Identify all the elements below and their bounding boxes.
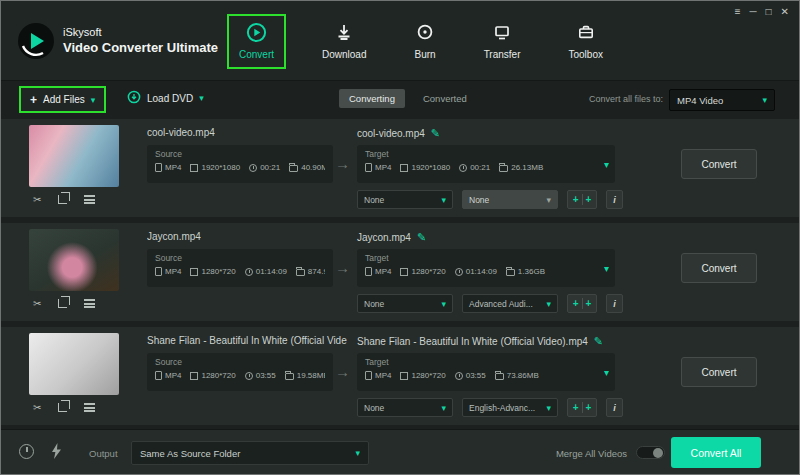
clock-icon [455, 268, 463, 276]
format-item: MP4 [155, 163, 181, 172]
source-meta: MP4 1280*720 01:14:09 874.94MB [155, 267, 325, 276]
toolbar: + Add Files ▾ Load DVD ▾ Converting Conv… [1, 82, 799, 118]
source-panel: Source MP4 1920*1080 00:21 40.90MB [147, 145, 333, 183]
crop-icon[interactable] [58, 193, 67, 205]
target-meta: MP4 1280*720 03:55 73.86MB [365, 371, 593, 380]
file-icon [365, 163, 372, 172]
resolution-item: 1280*720 [190, 371, 235, 380]
tab-toolbox[interactable]: Toolbox [557, 14, 615, 69]
tab-convert[interactable]: Convert [227, 14, 286, 69]
resolution-item: 1920*1080 [400, 163, 450, 172]
merge-all-videos-label: Merge All Videos [556, 448, 627, 459]
target-meta: MP4 1920*1080 00:21 26.13MB [365, 163, 593, 172]
merge-toggle[interactable] [636, 446, 665, 459]
crop-icon[interactable] [58, 401, 67, 413]
crop-icon[interactable] [58, 297, 67, 309]
chevron-down-icon: ▾ [355, 448, 360, 458]
product-name: Video Converter Ultimate [63, 40, 218, 55]
brand: iSkysoft Video Converter Ultimate [63, 26, 218, 55]
audio-dropdown[interactable]: English-Advanc... ▾ [462, 398, 558, 417]
download-icon [335, 21, 353, 43]
resolution-item: 1280*720 [400, 267, 445, 276]
edit-icon[interactable]: ✎ [594, 335, 603, 348]
tab-converted[interactable]: Converted [413, 89, 477, 108]
tab-download[interactable]: Download [310, 14, 378, 69]
minimize-button[interactable]: ─ [749, 6, 756, 17]
close-button[interactable]: ✕ [781, 6, 789, 17]
chevron-down-icon: ▾ [441, 403, 446, 413]
video-thumbnail[interactable] [29, 229, 119, 291]
target-filename-row: cool-video.mp4 ✎ [357, 127, 440, 140]
effects-icon[interactable] [84, 193, 95, 205]
add-files-button[interactable]: + Add Files ▾ [19, 86, 106, 113]
output-folder-dropdown[interactable]: Same As Source Folder ▾ [131, 441, 369, 465]
target-filename: cool-video.mp4 [357, 128, 425, 139]
clock-icon [245, 268, 253, 276]
source-label: Source [155, 253, 325, 263]
convert-button[interactable]: Convert [681, 149, 757, 179]
video-thumbnail[interactable] [29, 333, 119, 395]
trim-icon[interactable]: ✂ [33, 297, 41, 309]
clock-icon [245, 372, 253, 380]
output-label: Output [89, 448, 118, 459]
subtitle-dropdown[interactable]: None ▾ [357, 294, 453, 313]
target-settings-chevron-icon[interactable]: ▾ [604, 367, 609, 378]
add-track-button[interactable]: ++ [567, 190, 597, 209]
file-list: ✂ cool-video.mp4 Source MP4 1920*1080 00… [1, 119, 799, 431]
convert-button[interactable]: Convert [681, 253, 757, 283]
info-icon[interactable]: i [606, 190, 623, 209]
effects-icon[interactable] [84, 297, 95, 309]
source-filename: Shane Filan - Beautiful In White (Offici… [147, 335, 347, 346]
audio-dropdown[interactable]: Advanced Audi... ▾ [462, 294, 558, 313]
toggle-knob [653, 448, 663, 458]
target-filename: Jaycon.mp4 [357, 232, 411, 243]
resolution-icon [190, 372, 198, 380]
chevron-down-icon: ▾ [546, 403, 551, 413]
subtitle-dropdown[interactable]: None ▾ [357, 190, 453, 209]
clock-icon [455, 372, 463, 380]
effects-icon[interactable] [84, 401, 95, 413]
folder-icon [296, 269, 305, 276]
target-label: Target [365, 253, 593, 263]
info-icon[interactable]: i [606, 294, 623, 313]
tab-burn-label: Burn [415, 49, 436, 60]
resolution-item: 1920*1080 [190, 163, 240, 172]
add-track-button[interactable]: ++ [567, 398, 597, 417]
audio-dropdown[interactable]: None ▾ [462, 190, 558, 209]
resolution-item: 1280*720 [400, 371, 445, 380]
app-logo-icon [17, 22, 55, 60]
toolbox-icon [577, 21, 595, 43]
duration-item: 01:14:09 [455, 267, 497, 276]
schedule-clock-icon[interactable] [19, 444, 34, 459]
file-icon [155, 267, 162, 276]
clock-icon [249, 164, 257, 172]
edit-icon[interactable]: ✎ [417, 231, 426, 244]
edit-icon[interactable]: ✎ [431, 127, 440, 140]
trim-icon[interactable]: ✂ [33, 193, 41, 205]
output-format-dropdown[interactable]: MP4 Video ▾ [669, 89, 775, 111]
maximize-button[interactable]: □ [766, 6, 772, 17]
resolution-icon [400, 164, 408, 172]
menu-icon[interactable]: ≡ [735, 6, 741, 17]
tab-burn[interactable]: Burn [403, 14, 448, 69]
convert-button[interactable]: Convert [681, 357, 757, 387]
high-speed-icon[interactable] [51, 443, 62, 463]
add-files-label: Add Files [43, 94, 85, 105]
target-settings-chevron-icon[interactable]: ▾ [604, 159, 609, 170]
tab-converting[interactable]: Converting [339, 89, 405, 108]
add-track-button[interactable]: ++ [567, 294, 597, 313]
trim-icon[interactable]: ✂ [33, 401, 41, 413]
target-filename-row: Jaycon.mp4 ✎ [357, 231, 426, 244]
info-icon[interactable]: i [606, 398, 623, 417]
subtitle-dropdown[interactable]: None ▾ [357, 398, 453, 417]
video-thumbnail[interactable] [29, 125, 119, 187]
tab-transfer[interactable]: Transfer [472, 14, 533, 69]
target-settings-chevron-icon[interactable]: ▾ [604, 263, 609, 274]
arrow-right-icon: → [335, 259, 350, 276]
thumbnail-tools: ✂ [33, 297, 117, 309]
tab-transfer-label: Transfer [484, 49, 521, 60]
size-item: 874.94MB [296, 267, 325, 276]
convert-all-button[interactable]: Convert All [671, 437, 761, 468]
load-dvd-button[interactable]: Load DVD ▾ [127, 90, 204, 106]
chevron-down-icon: ▾ [762, 95, 767, 105]
